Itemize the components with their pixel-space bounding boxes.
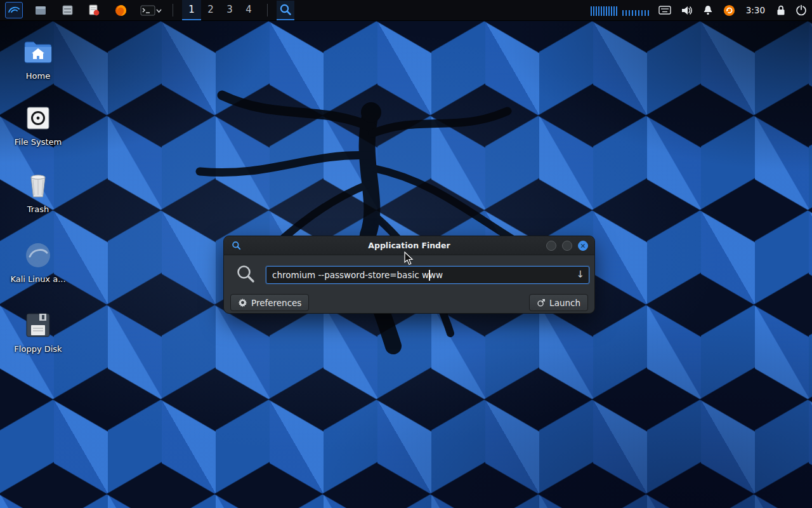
command-entry: ↓ [266,266,589,284]
desktop-icon-label: Trash [27,204,49,214]
terminal-dropdown-button[interactable] [138,2,164,18]
entry-dropdown-arrow-icon[interactable]: ↓ [576,269,584,280]
dialog-finder-icon [232,241,241,250]
launch-icon [537,298,546,307]
lock-screen-icon[interactable] [776,4,786,16]
kali-menu-button[interactable] [5,2,23,18]
workspace-pager: 1 2 3 4 [182,0,258,20]
command-input[interactable] [266,267,589,283]
gear-icon [238,298,247,307]
maximize-button[interactable] [562,241,572,251]
panel-separator [173,4,173,17]
show-desktop-icon [35,6,46,15]
window-buttons: ✕ [546,241,588,251]
desktop-icon-kali-linux[interactable]: Kali Linux a... [8,239,69,284]
system-tray: 3:30 [591,4,807,17]
minimize-button[interactable] [546,241,556,251]
application-finder-icon [279,3,292,16]
desktop-icon-label: Kali Linux a... [10,274,65,284]
show-desktop-button[interactable] [32,2,49,18]
clock[interactable]: 3:30 [745,5,766,15]
home-folder-icon [23,36,53,69]
update-indicator-icon[interactable] [723,4,735,17]
notifications-icon[interactable] [702,4,714,16]
desktop-icon-label: Floppy Disk [14,344,62,354]
application-finder-window: Application Finder ✕ ↓ Preferences Launc… [223,236,595,314]
preferences-button-label: Preferences [251,298,301,308]
workspace-4-button[interactable]: 4 [239,0,258,20]
panel-separator [267,4,268,17]
application-finder-taskbar-button[interactable] [277,1,294,20]
firefox-button[interactable] [112,2,129,18]
audio-visualizer[interactable] [591,4,649,16]
workspace-1-button[interactable]: 1 [182,0,201,20]
floppy-disk-icon [25,309,51,342]
close-button[interactable]: ✕ [578,241,588,251]
kali-docs-icon [24,239,52,272]
kali-menu-icon [8,4,20,16]
file-system-drive-icon [25,102,51,135]
firefox-icon [115,4,127,17]
text-editor-button[interactable] [85,2,103,18]
logout-icon[interactable] [796,4,807,16]
workspace-2-button[interactable]: 2 [201,0,220,20]
launch-button[interactable]: Launch [529,294,588,311]
text-caret [429,270,430,281]
terminal-dropdown-icon [140,5,162,16]
titlebar[interactable]: Application Finder ✕ [224,236,594,255]
desktop-icon-label: File System [15,137,62,147]
desktop-icon-floppy-disk[interactable]: Floppy Disk [8,309,69,354]
workspace-3-button[interactable]: 3 [220,0,239,20]
desktop-icon-label: Home [26,71,50,81]
volume-icon[interactable] [681,5,693,16]
launch-button-label: Launch [549,298,580,308]
top-panel: 1 2 3 4 3:30 [0,0,812,21]
dialog-title: Application Finder [224,236,594,255]
text-editor-icon [88,4,100,16]
desktop-icon-home[interactable]: Home [8,36,69,81]
file-manager-button[interactable] [58,2,76,18]
keyboard-indicator-icon[interactable] [658,6,671,15]
preferences-button[interactable]: Preferences [230,294,309,311]
trash-icon [25,169,51,202]
file-manager-icon [62,5,73,15]
desktop-icon-trash[interactable]: Trash [8,169,69,214]
search-icon [235,264,256,284]
desktop-icon-file-system[interactable]: File System [8,102,69,147]
